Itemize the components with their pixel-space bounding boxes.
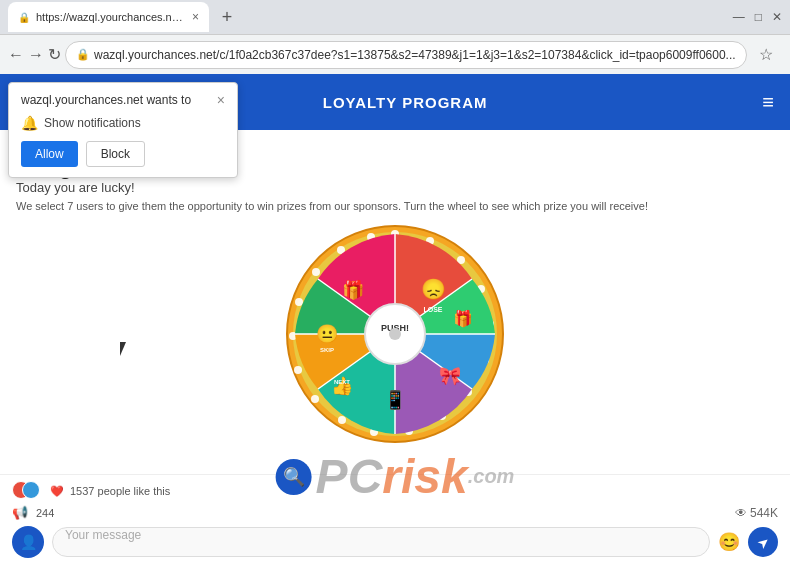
avatar-group [12,481,44,501]
svg-text:🎁: 🎁 [453,309,473,328]
avatar-2 [22,481,40,499]
share-row: 📢 244 👁 544K [12,505,778,520]
popup-header: wazql.yourchances.net wants to × [21,93,225,107]
popup-buttons: Allow Block [21,141,225,167]
navigation-bar: ← → ↻ 🔒 wazql.yourchances.net/c/1f0a2cb3… [0,34,790,74]
svg-text:LOSE: LOSE [423,306,442,313]
page-header-title: LOYALTY PROGRAM [323,94,488,111]
send-button[interactable]: ➤ [748,527,778,557]
likes-count: 1537 people like this [70,485,170,497]
emoji-button[interactable]: 😊 [718,531,740,553]
new-tab-button[interactable]: + [213,3,241,31]
likes-text: ❤️ [50,485,64,498]
notification-text: Show notifications [44,116,141,130]
message-placeholder: Your message [65,528,141,542]
svg-point-17 [312,268,320,276]
message-row[interactable]: 👤 Your message 😊 ➤ [12,526,778,558]
svg-text:NEXT: NEXT [334,379,350,385]
title-bar: 🔒 https://wazql.yourchances.net/c/ × + —… [0,0,790,34]
svg-point-14 [294,366,302,374]
nav-right-buttons: ☆ 👤 ⋮ [751,40,790,70]
forward-button[interactable]: → [28,40,44,70]
tab-favicon: 🔒 [18,12,30,23]
page-body: Thursday, 28 January 2021 Congratulation… [0,130,790,452]
share-icon: 📢 [12,505,28,520]
spin-wheel-svg: PUSH! 😞 LOSE 🎁 🎁 🎀 📱 👍 [285,224,505,444]
views-count: 👁 544K [735,506,778,520]
svg-point-16 [295,298,303,306]
browser-window: 🔒 https://wazql.yourchances.net/c/ × + —… [0,0,790,564]
bell-icon: 🔔 [21,115,38,131]
spin-wheel-container[interactable]: PUSH! 😞 LOSE 🎁 🎁 🎀 📱 👍 [285,224,505,444]
send-icon: ➤ [753,532,772,552]
svg-text:🎁: 🎁 [342,279,365,301]
browser-tab[interactable]: 🔒 https://wazql.yourchances.net/c/ × [8,2,209,32]
minimize-button[interactable]: — [733,10,745,24]
svg-text:😐: 😐 [316,323,339,345]
close-button[interactable]: ✕ [772,10,782,24]
svg-text:SKIP: SKIP [320,347,334,353]
window-controls: — □ ✕ [733,10,782,24]
popup-notification-row: 🔔 Show notifications [21,115,225,131]
user-avatar: 👤 [12,526,44,558]
tab-close-btn[interactable]: × [192,10,199,24]
hamburger-menu[interactable]: ≡ [762,91,774,114]
back-button[interactable]: ← [8,40,24,70]
webpage: ☰ LOYALTY PROGRAM ≡ Thursday, 28 January… [0,74,790,564]
comment-area: ❤️ 1537 people like this 📢 244 👁 544K 👤 … [0,474,790,564]
maximize-button[interactable]: □ [755,10,762,24]
account-button[interactable]: 👤 [783,40,790,70]
lucky-text: Today you are lucky! [16,180,774,195]
svg-text:😞: 😞 [421,277,446,301]
svg-text:📱: 📱 [384,389,407,411]
share-count: 244 [36,507,54,519]
refresh-button[interactable]: ↻ [48,40,61,70]
svg-point-30 [389,328,401,340]
promo-text: We select 7 users to give them the oppor… [16,199,774,214]
svg-point-13 [311,395,319,403]
block-button[interactable]: Block [86,141,145,167]
svg-text:🎀: 🎀 [439,365,462,387]
address-bar[interactable]: 🔒 wazql.yourchances.net/c/1f0a2cb367c37d… [65,41,747,69]
message-input[interactable]: Your message [52,527,710,557]
notification-popup: wazql.yourchances.net wants to × 🔔 Show … [8,82,238,178]
svg-point-12 [338,416,346,424]
popup-title: wazql.yourchances.net wants to [21,93,191,107]
bookmark-button[interactable]: ☆ [751,40,781,70]
eye-icon: 👁 [735,506,747,520]
popup-close-button[interactable]: × [217,93,225,107]
tab-label: https://wazql.yourchances.net/c/ [36,11,186,23]
allow-button[interactable]: Allow [21,141,78,167]
address-text: wazql.yourchances.net/c/1f0a2cb367c37dee… [94,48,736,62]
likes-row: ❤️ 1537 people like this [12,481,778,501]
